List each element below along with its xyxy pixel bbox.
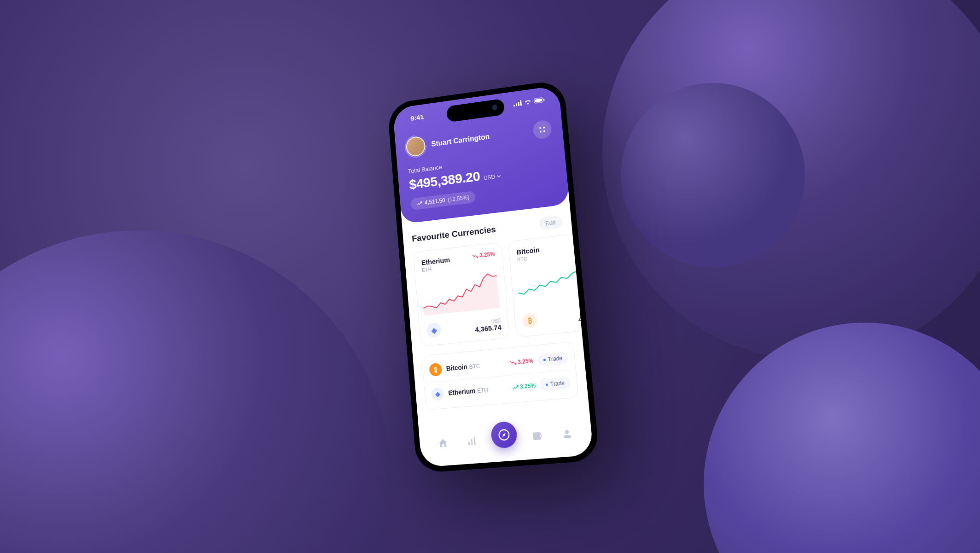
tab-stats[interactable] xyxy=(462,431,482,453)
status-time: 9:41 xyxy=(410,112,424,122)
tab-profile[interactable] xyxy=(557,424,578,446)
list-symbol: ETH xyxy=(477,387,489,394)
signal-icon xyxy=(513,100,522,106)
sparkline-chart xyxy=(421,271,500,316)
change-percent: (12.55%) xyxy=(448,194,470,203)
balance-change-pill: 4,511.50 (12.55%) xyxy=(410,191,476,210)
list-change: 3.25% xyxy=(510,358,534,366)
background-sphere xyxy=(0,230,391,553)
menu-button[interactable] xyxy=(532,119,552,140)
trade-button[interactable]: Trade xyxy=(540,377,571,391)
price-label xyxy=(578,313,594,316)
card-change: 3. xyxy=(580,240,593,247)
home-icon xyxy=(437,437,449,449)
currency-selector[interactable]: USD xyxy=(484,173,501,181)
currency-code: USD xyxy=(484,174,496,182)
phone-frame: 9:41 Stuart Carrington Total Balance xyxy=(387,79,600,473)
wifi-icon xyxy=(524,99,532,105)
card-price: 41,958 xyxy=(578,313,594,324)
ethereum-icon: ◆ xyxy=(426,322,442,338)
currency-list: ₿ BitcoinBTC 3.25% Trade ◆ EtheriumETH xyxy=(421,341,578,410)
list-name: Etherium xyxy=(448,387,476,397)
svg-point-4 xyxy=(565,430,569,434)
wallet-icon xyxy=(531,430,543,442)
chart-icon xyxy=(466,435,478,447)
trend-up-icon xyxy=(512,385,519,389)
avatar[interactable] xyxy=(405,135,426,158)
change-value: 4,511.50 xyxy=(425,197,446,206)
edit-button[interactable]: Edit xyxy=(538,215,563,230)
dots-icon xyxy=(539,127,545,133)
trade-button[interactable]: Trade xyxy=(537,352,569,366)
user-name: Stuart Carrington xyxy=(431,128,527,148)
list-symbol: BTC xyxy=(469,363,480,370)
bitcoin-icon: ₿ xyxy=(522,312,538,329)
crypto-card-etherium[interactable]: Etherium ETH 3.25% xyxy=(413,242,510,347)
svg-rect-1 xyxy=(535,99,542,102)
trend-down-icon xyxy=(510,360,517,365)
ethereum-icon: ◆ xyxy=(431,387,444,401)
trend-up-icon xyxy=(417,201,422,206)
list-name: Bitcoin xyxy=(446,363,467,372)
compass-icon xyxy=(497,428,510,441)
background-sphere xyxy=(621,83,805,267)
tab-home[interactable] xyxy=(433,433,453,455)
user-icon xyxy=(561,428,573,440)
svg-rect-2 xyxy=(543,99,544,100)
phone-screen: 9:41 Stuart Carrington Total Balance xyxy=(392,85,594,467)
chevron-down-icon xyxy=(496,175,501,178)
status-icons xyxy=(513,97,545,106)
battery-icon xyxy=(534,97,545,104)
trend-up-icon xyxy=(580,241,587,247)
bitcoin-icon: ₿ xyxy=(429,363,442,377)
sparkline-chart xyxy=(516,261,594,306)
trend-down-icon xyxy=(472,253,478,258)
tab-wallet[interactable] xyxy=(527,426,548,448)
tab-explore[interactable] xyxy=(490,421,518,449)
list-change: 3.25% xyxy=(512,382,536,391)
favourite-cards[interactable]: Etherium ETH 3.25% xyxy=(413,235,572,347)
background-sphere xyxy=(704,323,980,553)
crypto-card-bitcoin[interactable]: Bitcoin BTC 3. ₿ xyxy=(508,231,594,337)
favourites-title: Favourite Currencies xyxy=(412,224,496,244)
card-change: 3.25% xyxy=(472,251,495,259)
